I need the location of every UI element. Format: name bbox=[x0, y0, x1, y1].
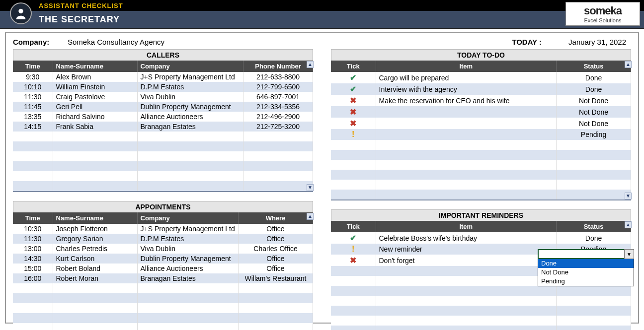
table-row[interactable]: 11:30Gregory SarianD.P.M EstatesOffice bbox=[13, 234, 313, 244]
cell-last[interactable]: Office bbox=[239, 264, 313, 273]
table-row[interactable]: 14:30Kurt CarlsonDublin Property Managem… bbox=[13, 254, 313, 264]
table-row[interactable] bbox=[331, 150, 631, 160]
cell-last[interactable]: Office bbox=[239, 224, 313, 234]
cell-status[interactable]: Done bbox=[557, 232, 631, 244]
cell-last[interactable]: Charles Office bbox=[239, 244, 313, 254]
cell-company[interactable]: D.P.M Estates bbox=[137, 82, 243, 92]
cell-tick[interactable]: ✖ bbox=[331, 95, 376, 106]
cell-last[interactable]: 212-633-8800 bbox=[243, 72, 313, 82]
cell-time[interactable]: 13:35 bbox=[13, 112, 53, 122]
cell-last[interactable]: 646-897-7001 bbox=[243, 92, 313, 102]
dropdown-option[interactable]: Pending bbox=[538, 277, 634, 286]
table-row[interactable]: 11:45Geri PellDublin Property Management… bbox=[13, 102, 313, 112]
cell-time[interactable]: 14:30 bbox=[13, 254, 53, 264]
callers-scrollbar[interactable]: ▲ ▼ bbox=[307, 61, 314, 191]
cell-item[interactable] bbox=[376, 106, 557, 118]
cell-time[interactable]: 11:45 bbox=[13, 102, 53, 112]
dropdown-option[interactable]: Not Done bbox=[538, 268, 634, 277]
table-row[interactable] bbox=[13, 141, 313, 151]
scroll-up-icon[interactable]: ▲ bbox=[625, 221, 632, 228]
callers-table[interactable]: Time Name-Surname Company Phone Number 9… bbox=[13, 61, 313, 191]
cell-tick[interactable]: ! bbox=[331, 244, 376, 255]
cell-item[interactable]: Interview with the agency bbox=[376, 83, 557, 95]
cell-time[interactable]: 15:00 bbox=[13, 264, 53, 273]
table-row[interactable] bbox=[331, 326, 631, 330]
cell-company[interactable]: Branagan Estates bbox=[137, 273, 239, 283]
cell-time[interactable]: 11:30 bbox=[13, 234, 53, 244]
table-row[interactable] bbox=[13, 303, 313, 313]
table-row[interactable] bbox=[13, 171, 313, 181]
table-row[interactable]: 10:10William EinsteinD.P.M Estates212-79… bbox=[13, 82, 313, 92]
cell-time[interactable]: 13:00 bbox=[13, 244, 53, 254]
cell-time[interactable]: 16:00 bbox=[13, 273, 53, 283]
table-row[interactable]: 15:00Robert BolandAlliance AuctioneersOf… bbox=[13, 264, 313, 273]
cell-last[interactable]: Office bbox=[239, 234, 313, 244]
cell-status[interactable]: Done bbox=[557, 72, 631, 83]
cell-tick[interactable]: ✔ bbox=[331, 232, 376, 244]
cell-status[interactable]: Not Done bbox=[557, 106, 631, 118]
table-row[interactable]: ✖Not Done bbox=[331, 106, 631, 118]
cell-last[interactable]: Office bbox=[239, 254, 313, 264]
cell-last[interactable]: 212-799-6500 bbox=[243, 82, 313, 92]
cell-last[interactable]: 212-725-3200 bbox=[243, 122, 313, 132]
cell-status[interactable]: Done bbox=[557, 83, 631, 95]
cell-company[interactable]: Viva Dublin bbox=[137, 92, 243, 102]
cell-item[interactable]: Cargo will be prepared bbox=[376, 72, 557, 83]
appointments-table[interactable]: Time Name-Surname Company Where 10:30Jos… bbox=[13, 212, 313, 330]
table-row[interactable]: 13:35Richard SalvinoAlliance Auctioneers… bbox=[13, 112, 313, 122]
table-row[interactable] bbox=[13, 293, 313, 303]
table-row[interactable] bbox=[13, 132, 313, 141]
table-row[interactable] bbox=[13, 151, 313, 161]
cell-status[interactable]: Not Done bbox=[557, 118, 631, 129]
table-row[interactable] bbox=[331, 180, 631, 190]
table-row[interactable]: ✔Cargo will be preparedDone bbox=[331, 72, 631, 83]
scroll-down-icon[interactable]: ▼ bbox=[307, 184, 314, 191]
cell-last[interactable]: 212-334-5356 bbox=[243, 102, 313, 112]
todo-scrollbar[interactable]: ▲ ▼ bbox=[625, 61, 632, 199]
cell-status[interactable]: Not Done bbox=[557, 95, 631, 106]
cell-company[interactable]: Dublin Property Management bbox=[137, 102, 243, 112]
status-dropdown-cell[interactable]: ▼ bbox=[538, 249, 634, 259]
table-row[interactable] bbox=[13, 181, 313, 191]
cell-time[interactable]: 11:30 bbox=[13, 92, 53, 102]
cell-company[interactable]: Dublin Property Management bbox=[137, 254, 239, 264]
cell-item[interactable]: Make the reservation for CEO and his wif… bbox=[376, 95, 557, 106]
cell-name[interactable]: Charles Petredis bbox=[53, 244, 137, 254]
cell-name[interactable]: Joseph Flotteron bbox=[53, 224, 137, 234]
cell-time[interactable]: 9:30 bbox=[13, 72, 53, 82]
cell-company[interactable]: Branagan Estates bbox=[137, 122, 243, 132]
cell-item[interactable] bbox=[376, 129, 557, 140]
table-row[interactable] bbox=[331, 160, 631, 170]
status-dropdown[interactable]: ▼ DoneNot DonePending bbox=[538, 249, 634, 286]
table-row[interactable]: 14:15Frank SabiaBranagan Estates212-725-… bbox=[13, 122, 313, 132]
table-row[interactable] bbox=[331, 140, 631, 150]
table-row[interactable]: 11:30Craig PastoloveViva Dublin646-897-7… bbox=[13, 92, 313, 102]
cell-name[interactable]: Robert Boland bbox=[53, 264, 137, 273]
cell-name[interactable]: Robert Moran bbox=[53, 273, 137, 283]
table-row[interactable] bbox=[331, 306, 631, 316]
table-row[interactable]: 10:30Joseph FlotteronJ+S Property Manage… bbox=[13, 224, 313, 234]
cell-item[interactable]: Celebrate Boss's wife's birthday bbox=[376, 232, 557, 244]
scroll-up-icon[interactable]: ▲ bbox=[625, 61, 632, 68]
cell-time[interactable]: 10:30 bbox=[13, 224, 53, 234]
cell-company[interactable]: Alliance Auctioneers bbox=[137, 264, 239, 273]
cell-company[interactable]: J+S Property Management Ltd bbox=[137, 72, 243, 82]
scroll-down-icon[interactable]: ▼ bbox=[625, 193, 632, 199]
dropdown-option[interactable]: Done bbox=[538, 259, 634, 268]
cell-time[interactable]: 14:15 bbox=[13, 122, 53, 132]
cell-time[interactable]: 10:10 bbox=[13, 82, 53, 92]
table-row[interactable] bbox=[331, 190, 631, 199]
table-row[interactable] bbox=[331, 296, 631, 306]
table-row[interactable] bbox=[331, 286, 631, 296]
todo-table[interactable]: Tick Item Status ✔Cargo will be prepared… bbox=[331, 61, 631, 199]
cell-item[interactable]: Don't forget bbox=[376, 255, 557, 266]
cell-name[interactable]: Gregory Sarian bbox=[53, 234, 137, 244]
cell-company[interactable]: J+S Property Management Ltd bbox=[137, 224, 239, 234]
table-row[interactable]: ✖Not Done bbox=[331, 118, 631, 129]
cell-tick[interactable]: ✖ bbox=[331, 255, 376, 266]
cell-tick[interactable]: ✖ bbox=[331, 118, 376, 129]
chevron-down-icon[interactable]: ▼ bbox=[624, 249, 634, 259]
table-row[interactable]: 16:00Robert MoranBranagan EstatesWillam'… bbox=[13, 273, 313, 283]
today-date[interactable]: January 31, 2022 bbox=[557, 38, 631, 46]
scroll-up-icon[interactable]: ▲ bbox=[307, 61, 314, 68]
